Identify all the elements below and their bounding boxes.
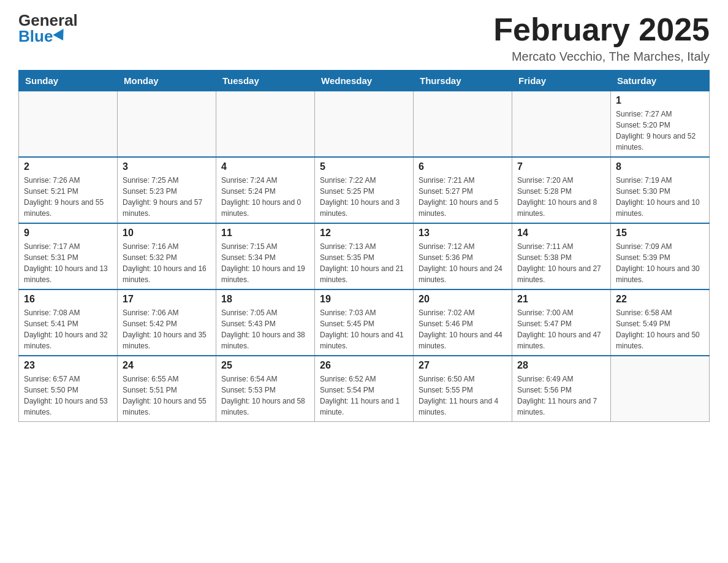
calendar-week-row: 23Sunrise: 6:57 AMSunset: 5:50 PMDayligh… bbox=[19, 356, 710, 422]
day-info: Sunrise: 7:25 AMSunset: 5:23 PMDaylight:… bbox=[123, 175, 211, 219]
header-thursday: Thursday bbox=[414, 71, 512, 91]
calendar-day-cell: 21Sunrise: 7:00 AMSunset: 5:47 PMDayligh… bbox=[512, 289, 611, 356]
logo: General Blue bbox=[18, 12, 78, 44]
day-number: 1 bbox=[616, 95, 704, 106]
calendar-day-cell: 10Sunrise: 7:16 AMSunset: 5:32 PMDayligh… bbox=[118, 223, 216, 289]
header-monday: Monday bbox=[118, 71, 216, 91]
calendar-day-cell: 17Sunrise: 7:06 AMSunset: 5:42 PMDayligh… bbox=[118, 289, 216, 356]
day-number: 14 bbox=[517, 228, 605, 239]
day-info: Sunrise: 6:52 AMSunset: 5:54 PMDaylight:… bbox=[320, 373, 408, 418]
calendar-day-cell: 3Sunrise: 7:25 AMSunset: 5:23 PMDaylight… bbox=[118, 157, 216, 223]
day-info: Sunrise: 6:57 AMSunset: 5:50 PMDaylight:… bbox=[24, 373, 112, 418]
calendar-week-row: 16Sunrise: 7:08 AMSunset: 5:41 PMDayligh… bbox=[19, 289, 710, 356]
calendar-day-cell: 4Sunrise: 7:24 AMSunset: 5:24 PMDaylight… bbox=[216, 157, 315, 223]
day-info: Sunrise: 7:26 AMSunset: 5:21 PMDaylight:… bbox=[24, 175, 112, 219]
day-info: Sunrise: 6:54 AMSunset: 5:53 PMDaylight:… bbox=[221, 373, 309, 418]
day-number: 6 bbox=[419, 161, 507, 172]
day-info: Sunrise: 7:05 AMSunset: 5:43 PMDaylight:… bbox=[221, 307, 309, 351]
logo-blue-text: Blue bbox=[18, 28, 67, 44]
calendar-day-cell: 25Sunrise: 6:54 AMSunset: 5:53 PMDayligh… bbox=[216, 356, 315, 422]
day-number: 28 bbox=[517, 360, 605, 371]
calendar-day-cell: 23Sunrise: 6:57 AMSunset: 5:50 PMDayligh… bbox=[19, 356, 118, 422]
calendar-day-cell bbox=[118, 91, 216, 158]
weekday-header-row: Sunday Monday Tuesday Wednesday Thursday… bbox=[19, 71, 710, 91]
day-number: 25 bbox=[221, 360, 309, 371]
day-number: 4 bbox=[221, 161, 309, 172]
day-number: 22 bbox=[616, 294, 704, 305]
day-number: 12 bbox=[320, 228, 408, 239]
logo-triangle-icon bbox=[53, 29, 69, 44]
day-info: Sunrise: 7:19 AMSunset: 5:30 PMDaylight:… bbox=[616, 175, 704, 219]
day-number: 10 bbox=[123, 228, 211, 239]
day-info: Sunrise: 7:22 AMSunset: 5:25 PMDaylight:… bbox=[320, 175, 408, 219]
day-number: 5 bbox=[320, 161, 408, 172]
day-info: Sunrise: 7:02 AMSunset: 5:46 PMDaylight:… bbox=[419, 307, 507, 351]
day-info: Sunrise: 7:11 AMSunset: 5:38 PMDaylight:… bbox=[517, 241, 605, 285]
day-number: 20 bbox=[419, 294, 507, 305]
calendar-day-cell: 22Sunrise: 6:58 AMSunset: 5:49 PMDayligh… bbox=[611, 289, 710, 356]
calendar-day-cell: 2Sunrise: 7:26 AMSunset: 5:21 PMDaylight… bbox=[19, 157, 118, 223]
calendar-day-cell bbox=[611, 356, 710, 422]
header-wednesday: Wednesday bbox=[315, 71, 414, 91]
day-info: Sunrise: 7:21 AMSunset: 5:27 PMDaylight:… bbox=[419, 175, 507, 219]
day-number: 7 bbox=[517, 161, 605, 172]
calendar-day-cell: 7Sunrise: 7:20 AMSunset: 5:28 PMDaylight… bbox=[512, 157, 611, 223]
day-number: 8 bbox=[616, 161, 704, 172]
day-number: 16 bbox=[24, 294, 112, 305]
day-info: Sunrise: 6:49 AMSunset: 5:56 PMDaylight:… bbox=[517, 373, 605, 418]
calendar-day-cell: 28Sunrise: 6:49 AMSunset: 5:56 PMDayligh… bbox=[512, 356, 611, 422]
day-number: 24 bbox=[123, 360, 211, 371]
calendar-day-cell: 26Sunrise: 6:52 AMSunset: 5:54 PMDayligh… bbox=[315, 356, 414, 422]
header-tuesday: Tuesday bbox=[216, 71, 315, 91]
day-info: Sunrise: 7:20 AMSunset: 5:28 PMDaylight:… bbox=[517, 175, 605, 219]
calendar-day-cell: 11Sunrise: 7:15 AMSunset: 5:34 PMDayligh… bbox=[216, 223, 315, 289]
calendar-day-cell: 8Sunrise: 7:19 AMSunset: 5:30 PMDaylight… bbox=[611, 157, 710, 223]
calendar-day-cell: 24Sunrise: 6:55 AMSunset: 5:51 PMDayligh… bbox=[118, 356, 216, 422]
day-info: Sunrise: 7:12 AMSunset: 5:36 PMDaylight:… bbox=[419, 241, 507, 285]
calendar-day-cell: 15Sunrise: 7:09 AMSunset: 5:39 PMDayligh… bbox=[611, 223, 710, 289]
day-number: 17 bbox=[123, 294, 211, 305]
day-number: 11 bbox=[221, 228, 309, 239]
header-sunday: Sunday bbox=[19, 71, 118, 91]
calendar-day-cell bbox=[512, 91, 611, 158]
header-saturday: Saturday bbox=[611, 71, 710, 91]
day-number: 2 bbox=[24, 161, 112, 172]
calendar-day-cell bbox=[414, 91, 512, 158]
day-info: Sunrise: 7:27 AMSunset: 5:20 PMDaylight:… bbox=[616, 109, 704, 153]
day-info: Sunrise: 6:50 AMSunset: 5:55 PMDaylight:… bbox=[419, 373, 507, 418]
calendar-day-cell: 12Sunrise: 7:13 AMSunset: 5:35 PMDayligh… bbox=[315, 223, 414, 289]
day-number: 9 bbox=[24, 228, 112, 239]
calendar-day-cell: 13Sunrise: 7:12 AMSunset: 5:36 PMDayligh… bbox=[414, 223, 512, 289]
day-number: 18 bbox=[221, 294, 309, 305]
calendar-day-cell: 16Sunrise: 7:08 AMSunset: 5:41 PMDayligh… bbox=[19, 289, 118, 356]
day-info: Sunrise: 7:15 AMSunset: 5:34 PMDaylight:… bbox=[221, 241, 309, 285]
day-info: Sunrise: 7:08 AMSunset: 5:41 PMDaylight:… bbox=[24, 307, 112, 351]
day-info: Sunrise: 6:58 AMSunset: 5:49 PMDaylight:… bbox=[616, 307, 704, 351]
day-number: 26 bbox=[320, 360, 408, 371]
day-info: Sunrise: 7:03 AMSunset: 5:45 PMDaylight:… bbox=[320, 307, 408, 351]
day-info: Sunrise: 7:06 AMSunset: 5:42 PMDaylight:… bbox=[123, 307, 211, 351]
calendar-day-cell: 19Sunrise: 7:03 AMSunset: 5:45 PMDayligh… bbox=[315, 289, 414, 356]
calendar-day-cell bbox=[19, 91, 118, 158]
day-info: Sunrise: 7:09 AMSunset: 5:39 PMDaylight:… bbox=[616, 241, 704, 285]
day-number: 23 bbox=[24, 360, 112, 371]
day-number: 27 bbox=[419, 360, 507, 371]
calendar-table: Sunday Monday Tuesday Wednesday Thursday… bbox=[18, 70, 710, 422]
logo-general-text: General bbox=[18, 12, 78, 28]
month-title: February 2025 bbox=[493, 12, 710, 47]
calendar-day-cell: 6Sunrise: 7:21 AMSunset: 5:27 PMDaylight… bbox=[414, 157, 512, 223]
calendar-day-cell: 9Sunrise: 7:17 AMSunset: 5:31 PMDaylight… bbox=[19, 223, 118, 289]
day-info: Sunrise: 7:17 AMSunset: 5:31 PMDaylight:… bbox=[24, 241, 112, 285]
calendar-day-cell bbox=[216, 91, 315, 158]
day-number: 21 bbox=[517, 294, 605, 305]
calendar-day-cell bbox=[315, 91, 414, 158]
calendar-week-row: 1Sunrise: 7:27 AMSunset: 5:20 PMDaylight… bbox=[19, 91, 710, 158]
calendar-day-cell: 14Sunrise: 7:11 AMSunset: 5:38 PMDayligh… bbox=[512, 223, 611, 289]
day-number: 13 bbox=[419, 228, 507, 239]
page-header: General Blue February 2025 Mercato Vecch… bbox=[18, 12, 710, 64]
calendar-week-row: 2Sunrise: 7:26 AMSunset: 5:21 PMDaylight… bbox=[19, 157, 710, 223]
calendar-day-cell: 5Sunrise: 7:22 AMSunset: 5:25 PMDaylight… bbox=[315, 157, 414, 223]
day-info: Sunrise: 6:55 AMSunset: 5:51 PMDaylight:… bbox=[123, 373, 211, 418]
day-number: 3 bbox=[123, 161, 211, 172]
title-section: February 2025 Mercato Vecchio, The March… bbox=[493, 12, 710, 64]
